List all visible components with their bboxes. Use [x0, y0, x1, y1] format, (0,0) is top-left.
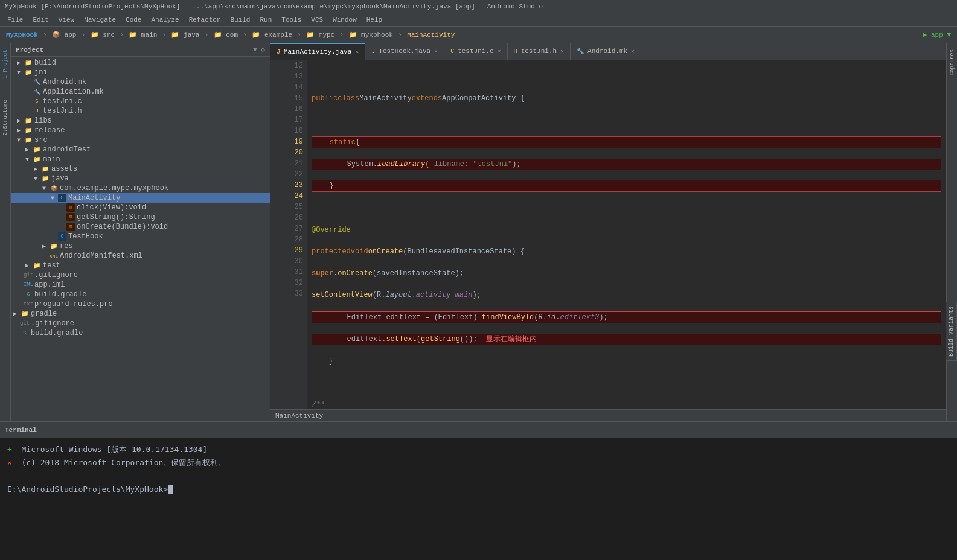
- toolbar-example[interactable]: 📁 example: [249, 31, 295, 39]
- menu-code[interactable]: Code: [121, 16, 146, 24]
- bottom-panel: Terminal + Microsoft Windows [版本 10.0.17…: [0, 421, 957, 560]
- tab-testjih[interactable]: H testJni.h ✕: [508, 43, 571, 60]
- line-27: /**: [312, 399, 941, 409]
- class-main-icon: C: [58, 194, 66, 202]
- menu-refactor[interactable]: Refactor: [184, 16, 226, 24]
- tree-item-manifest[interactable]: ▶ XML AndroidManifest.xml: [11, 251, 270, 261]
- tree-item-click[interactable]: ▶ m click(View):void: [11, 203, 270, 212]
- toolbar-com[interactable]: 📁 com: [211, 31, 240, 39]
- editor-status-file: MainActivity: [275, 412, 323, 419]
- folder-icon-main: 📁: [33, 155, 41, 164]
- menu-build[interactable]: Build: [225, 16, 255, 24]
- line-18: [312, 203, 941, 214]
- left-panel-icons: 1:Project 2:Structure: [0, 43, 11, 421]
- tree-item-testjnic[interactable]: ▶ C testJni.c: [11, 97, 270, 106]
- proguard-icon: txt: [24, 300, 33, 308]
- line-13: public class MainActivity extends AppCom…: [312, 93, 941, 104]
- toolbar-run-config[interactable]: ▶ app ▼: [921, 31, 953, 39]
- tree-item-gitignore-root[interactable]: ▶ git .gitignore: [11, 319, 270, 328]
- line-24: editText.setText(getString()); 显示在编辑框内: [312, 334, 941, 345]
- tree-item-java-folder[interactable]: ▼ 📁 java: [11, 174, 270, 183]
- method-icon-getstring: m: [66, 213, 75, 221]
- toolbar-mypc[interactable]: 📁 mypc: [304, 31, 337, 39]
- tree-item-res[interactable]: ▶ 📁 res: [11, 241, 270, 251]
- menu-navigate[interactable]: Navigate: [79, 16, 121, 24]
- right-panel-icons: Captures: [946, 43, 957, 421]
- class-icon-testhook: C: [58, 232, 66, 241]
- close-tab-mainactivity[interactable]: ✕: [355, 48, 359, 56]
- line-19: @Override: [312, 224, 941, 235]
- toolbar-java[interactable]: 📁 java: [168, 31, 202, 39]
- tree-item-testhook[interactable]: ▶ C TestHook: [11, 232, 270, 241]
- tree-item-assets[interactable]: ▶ 📁 assets: [11, 164, 270, 174]
- project-panel-tab[interactable]: 1:Project: [1, 46, 10, 83]
- captures-tab[interactable]: Captures: [948, 46, 956, 79]
- sidebar-options[interactable]: ▼ ⚙: [253, 46, 265, 54]
- close-tab-testjih[interactable]: ✕: [560, 48, 564, 55]
- h-icon: H: [33, 107, 41, 115]
- folder-icon-at: 📁: [33, 145, 41, 154]
- menu-tools[interactable]: Tools: [277, 16, 306, 24]
- menu-view[interactable]: View: [54, 16, 79, 24]
- toolbar-module[interactable]: 📦 app: [50, 31, 78, 39]
- tree-item-gitignore-app[interactable]: ▶ git .gitignore: [11, 270, 270, 280]
- toolbar-project[interactable]: MyXpHook: [4, 31, 40, 39]
- sidebar-header: Project ▼ ⚙: [11, 43, 270, 57]
- menu-vcs[interactable]: VCS: [306, 16, 328, 24]
- tab-mainactivity[interactable]: J MainActivity.java ✕: [270, 43, 365, 60]
- close-tab-androidmk[interactable]: ✕: [631, 48, 635, 55]
- tree-item-test[interactable]: ▶ 📁 test: [11, 261, 270, 270]
- line-20: protected void onCreate(Bundle savedInst…: [312, 246, 941, 257]
- toolbar-main[interactable]: 📁 main: [126, 31, 159, 39]
- line-23: EditText editText = (EditText) findViewB…: [312, 311, 941, 323]
- menu-window[interactable]: Window: [328, 16, 362, 24]
- tree-item-gradle-folder[interactable]: ▶ 📁 gradle: [11, 309, 270, 319]
- tree-item-appiml[interactable]: ▶ IML app.iml: [11, 280, 270, 290]
- code-area[interactable]: 12 13 14 15 16 17 18 19 20 21 22 23 24 2…: [270, 60, 946, 409]
- toolbar-myxphook[interactable]: 📁 myxphook: [347, 31, 395, 39]
- tree-item-testjih[interactable]: ▶ H testJni.h: [11, 106, 270, 116]
- folder-icon-assets: 📁: [41, 165, 50, 173]
- tab-testhook[interactable]: J TestHook.java ✕: [365, 43, 444, 60]
- tree-item-package[interactable]: ▼ 📦 com.example.mypc.myxphook: [11, 183, 270, 193]
- tree-item-proguard[interactable]: ▶ txt proguard-rules.pro: [11, 299, 270, 309]
- menu-file[interactable]: File: [2, 16, 28, 24]
- tree-item-jni[interactable]: ▼ 📁 jni: [11, 68, 270, 77]
- tree-item-build[interactable]: ▶ 📁 build: [11, 58, 270, 68]
- tree-item-buildgradle-app[interactable]: ▶ G build.gradle: [11, 290, 270, 299]
- terminal-content[interactable]: + Microsoft Windows [版本 10.0.17134.1304]…: [0, 438, 957, 560]
- toolbar-mainactivity[interactable]: MainActivity: [405, 31, 457, 39]
- terminal-header: Terminal: [0, 422, 957, 438]
- menu-run[interactable]: Run: [255, 16, 277, 24]
- tab-androidmk[interactable]: 🔧 Android.mk ✕: [571, 43, 641, 60]
- line-15: static{: [312, 136, 941, 148]
- method-icon-oncreate: m: [66, 223, 75, 231]
- code-content[interactable]: public class MainActivity extends AppCom…: [307, 60, 946, 409]
- tree-item-buildgradle-root[interactable]: ▶ G build.gradle: [11, 328, 270, 338]
- tree-item-androidtest[interactable]: ▶ 📁 androidTest: [11, 145, 270, 154]
- folder-icon-test: 📁: [33, 261, 41, 270]
- structure-panel-tab[interactable]: 2:Structure: [1, 96, 10, 139]
- mk-icon2: 🔧: [33, 88, 41, 96]
- tree-item-mainactivity[interactable]: ▼ C MainActivity: [11, 193, 270, 203]
- tree-item-androidmk[interactable]: ▶ 🔧 Android.mk: [11, 77, 270, 87]
- menu-analyze[interactable]: Analyze: [146, 16, 184, 24]
- tree-item-src[interactable]: ▼ 📁 src: [11, 135, 270, 145]
- tree-item-main[interactable]: ▼ 📁 main: [11, 154, 270, 164]
- tree-item-getstring[interactable]: ▶ m getString():String: [11, 212, 270, 222]
- tree-item-oncreate[interactable]: ▶ m onCreate(Bundle):void: [11, 222, 270, 232]
- close-tab-testhook[interactable]: ✕: [434, 48, 438, 55]
- close-tab-testjnic[interactable]: ✕: [498, 48, 501, 55]
- tree-item-applicationmk[interactable]: ▶ 🔧 Application.mk: [11, 87, 270, 97]
- title-bar: MyXpHook [E:\AndroidStudioProjects\MyXpH…: [0, 0, 957, 13]
- terminal-x-icon: ✕: [7, 458, 12, 467]
- build-variants-tab[interactable]: Build Variants: [946, 302, 957, 361]
- menu-edit[interactable]: Edit: [28, 16, 53, 24]
- tree-item-release[interactable]: ▶ 📁 release: [11, 126, 270, 135]
- terminal-prompt-line: E:\AndroidStudioProjects\MyXpHook>: [7, 483, 950, 496]
- menu-help[interactable]: Help: [362, 16, 387, 24]
- terminal-title[interactable]: Terminal: [5, 427, 37, 434]
- toolbar-src[interactable]: 📁 src: [88, 31, 117, 39]
- tab-testjnic[interactable]: C testJni.c ✕: [444, 43, 507, 60]
- tree-item-libs[interactable]: ▶ 📁 libs: [11, 116, 270, 126]
